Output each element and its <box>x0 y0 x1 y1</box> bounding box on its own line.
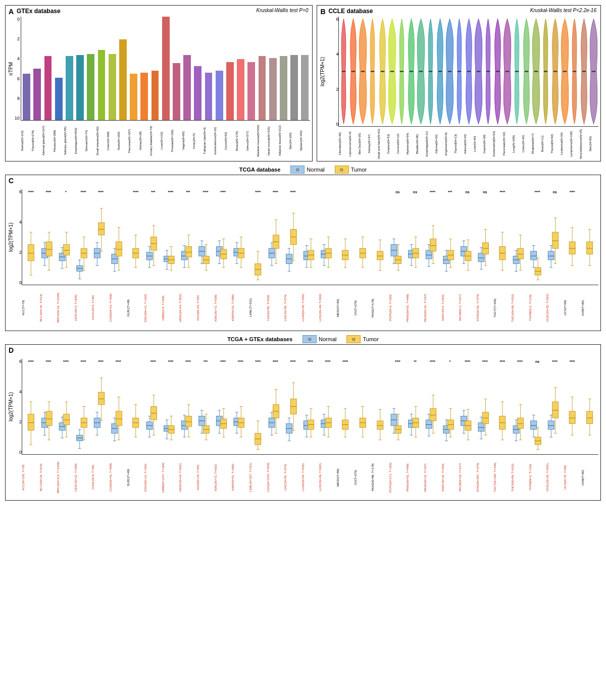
x-label-b: Liposarcoma(N=4) <box>348 128 358 160</box>
bar <box>237 59 244 120</box>
panel-c: C log2(TPM+1) 0 2 4 6 ******************… <box>5 175 601 331</box>
svg-text:****: **** <box>255 360 261 363</box>
x-label-a: Spleen(N=100) <box>299 122 310 160</box>
bar <box>33 69 41 121</box>
legend-d-normal: ⊟ Normal <box>302 335 336 343</box>
legend-tumor-box: ⊟ <box>335 166 349 174</box>
x-label-a: Retinal(N=115) <box>21 122 31 160</box>
x-label-cd: CESC(N=13, T=306) <box>74 456 92 499</box>
svg-text:****: **** <box>45 190 51 194</box>
bar <box>87 54 94 120</box>
svg-rect-288 <box>426 250 432 259</box>
x-label-b: Cervical(N=12) <box>396 128 406 160</box>
x-label-cd: LAML(N=337, T=151) <box>249 456 267 499</box>
violin-item <box>407 17 416 126</box>
x-label-cd: SARC(N=10, T=263) <box>441 456 459 499</box>
x-label-cd: COAD(N=41, T=408) <box>109 286 127 330</box>
x-label-b: Kidney(N=37) <box>368 128 377 160</box>
x-label-a: Testis(N=163) <box>117 122 128 160</box>
panel-d-db-label: TCGA + GTEx databases <box>227 336 292 342</box>
x-label-a: Uterus(N=377) <box>246 122 257 160</box>
x-label-cd: LUSC(N=49, T=502) <box>319 456 336 499</box>
panel-c-label: C <box>9 177 14 185</box>
x-label-cd: OV(T=379) <box>354 286 372 330</box>
x-label-cd: DLBC(T=48) <box>127 456 144 499</box>
x-label-cd: ACC(T=79) <box>22 286 39 330</box>
svg-text:****: **** <box>28 360 34 363</box>
x-label-a: Breast(N=179) <box>235 122 246 160</box>
svg-rect-756 <box>569 411 575 424</box>
legend-d-tumor: ⊟ Tumor <box>346 335 378 343</box>
x-label-cd: SKCM(N=1, T=417) <box>459 286 476 330</box>
bar-item <box>289 17 299 120</box>
svg-text:***: *** <box>151 190 155 194</box>
x-label-cd: PAAD(N=88, T=178) <box>371 456 389 499</box>
x-label-cd: THCA(N=58, T=510) <box>511 286 529 330</box>
panel-d-label: D <box>9 346 14 354</box>
x-label-b: Thyroid(N=13) <box>454 128 464 160</box>
svg-text:****: **** <box>430 360 435 363</box>
x-label-cd: LUAD(N=59, T=535) <box>301 456 319 499</box>
x-label-cd: PRAD(N=52, T=499) <box>406 286 424 330</box>
x-label-cd: ESCA(N=11, T=162) <box>144 456 162 499</box>
bar-item <box>257 17 267 120</box>
svg-text:****: **** <box>395 360 400 363</box>
x-label-cd: LGG(N=1152, T=529) <box>267 456 284 499</box>
x-label-cd: SARC(N=2, T=263) <box>441 286 459 330</box>
bar-item <box>54 17 64 120</box>
x-label-a: Urinary bladder(N=78) <box>149 122 160 160</box>
bar-item <box>268 17 278 120</box>
svg-text:****: **** <box>517 360 523 363</box>
bar-item <box>214 17 225 120</box>
x-label-cd: PCPG(N=3, T=183) <box>389 286 407 330</box>
violin-item <box>348 17 358 126</box>
x-label-cd: MESO(T=86) <box>336 286 354 330</box>
x-label-b: Rhabdoid(N=7) <box>531 128 541 160</box>
svg-rect-84 <box>98 223 105 235</box>
violin-item <box>550 17 560 126</box>
svg-text:****: **** <box>28 190 34 194</box>
svg-text:****: **** <box>570 360 575 363</box>
svg-text:ns: ns <box>483 190 487 194</box>
svg-text:ns: ns <box>413 190 417 194</box>
x-label-cd: READ(N=13, T=167) <box>424 456 441 499</box>
bar <box>173 63 180 120</box>
x-label-cd: GBM(N=5, T=169) <box>162 286 179 330</box>
svg-text:****: **** <box>552 360 558 363</box>
x-label-b: Myeloma(N=64) <box>406 128 416 160</box>
x-label-cd: BLCA(N=19, T=414) <box>39 286 57 330</box>
svg-text:****: **** <box>98 360 104 363</box>
x-label-cd: UVM(T=80) <box>581 456 599 499</box>
x-label-cd: UVM(T=80) <box>581 286 599 330</box>
x-label-cd: PCPG(N=171, T=183) <box>389 456 407 499</box>
svg-text:***: *** <box>204 360 208 363</box>
x-label-a: Endometrium(N=10) <box>214 122 224 160</box>
svg-rect-391 <box>587 242 593 254</box>
x-label-b: Leukemia(N=34) <box>560 128 570 160</box>
x-label-a: Salivary gland(N=55) <box>64 122 74 160</box>
x-label-b: Thyroid(N=82) <box>550 128 560 160</box>
legend-normal-label: Normal <box>307 167 324 173</box>
boxplot-svg: ****************************************… <box>22 359 598 454</box>
svg-text:****: **** <box>535 190 540 194</box>
bar-item <box>85 17 96 120</box>
violin-item <box>358 17 368 126</box>
x-label-cd: PRAD(N=52, T=499) <box>406 456 424 499</box>
svg-text:****: **** <box>273 360 278 363</box>
svg-text:****: **** <box>168 190 173 194</box>
bar-item <box>235 17 246 120</box>
panel-d-x-labels: ACC(N=128, T=79)BLCA(N=19, T=414)BRCA(N=… <box>22 456 598 499</box>
bar <box>194 66 201 120</box>
svg-rect-372 <box>548 251 554 260</box>
svg-text:****: **** <box>220 190 226 194</box>
x-label-a: Colon(N=308) <box>107 122 117 160</box>
legend-d-tumor-box: ⊟ <box>346 335 361 343</box>
panel-b-label: B <box>320 8 325 16</box>
panel-a-x-labels: Retinal(N=115)Thyroid(N=279)Adrenal glan… <box>21 122 310 160</box>
x-label-cd: UCS(T=58) <box>564 286 581 330</box>
x-label-a: Stomach(N=74) <box>85 122 95 160</box>
panel-a: A GTEx database Kruskal-Wallis test P=0 … <box>5 5 313 161</box>
svg-rect-424 <box>64 414 70 425</box>
panel-b-title: CCLE database <box>328 8 373 15</box>
violin-item <box>464 17 474 126</box>
